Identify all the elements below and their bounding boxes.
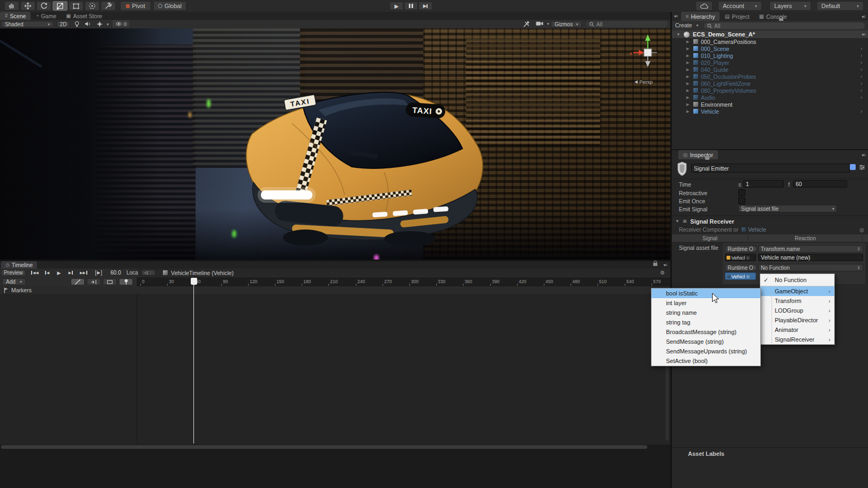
move-tool-button[interactable] [20,1,35,11]
time-seconds-field[interactable]: 1 [743,180,784,188]
menu-item-broadcastmessage[interactable]: BroadcastMessage (string) [652,327,760,337]
timeline-lock-icon[interactable] [653,263,657,266]
timeline-back-button[interactable]: ◁⋮ [141,270,155,276]
object-picker-icon[interactable]: ◎ [746,274,750,279]
prefab-arrow-icon[interactable]: › [860,73,862,79]
foldout-open-icon[interactable]: ▼ [676,32,680,37]
menu-item-string-name[interactable]: string name [652,308,760,317]
goto-start-button[interactable]: ◀◀ [29,270,41,276]
menu-item-gameobject[interactable]: GameObject› [760,286,834,296]
hierarchy-item[interactable]: ▶080_PropertyVolumes› [672,87,868,94]
timeline-play-button[interactable]: ▶ [54,270,64,276]
layers-dropdown[interactable]: Layers▾ [769,1,811,11]
insert-clip-button[interactable] [87,278,101,285]
hierarchy-item[interactable]: ▶Audio› [672,94,868,101]
tab-timeline[interactable]: ◷ Timeline [1,261,37,269]
runtime-mode-dropdown[interactable]: Runtime O⇕ [725,245,756,253]
curves-view-toggle[interactable] [71,278,85,285]
tab-console[interactable]: ▦ Console [754,12,792,21]
tab-asset-store[interactable]: ▣ Asset Store [61,12,107,20]
tab-project[interactable]: ▤ Project [720,12,754,21]
pane-menu-icon[interactable]: ▾≡ [862,153,865,158]
menu-item-no-function[interactable]: ✓ No Function [760,274,834,286]
previous-frame-button[interactable]: ◀ [42,270,53,276]
current-frame-field[interactable]: 60.0 [107,269,124,276]
menu-item-sendmessageupwards[interactable]: SendMessageUpwards (string) [652,346,760,356]
cloud-button[interactable] [695,1,713,11]
hierarchy-search-input[interactable]: All [704,23,865,29]
hierarchy-item[interactable]: ▶000_CameraPositions [672,38,868,45]
timeline-pane-menu-icon[interactable]: ▾≡ [663,263,667,268]
timeline-track-area[interactable] [0,294,670,445]
retroactive-checkbox[interactable] [738,189,745,196]
prefab-arrow-icon[interactable]: › [860,60,862,65]
playhead-handle[interactable] [191,278,197,285]
menu-item-animator[interactable]: Animator› [760,325,834,335]
menu-item-setactive[interactable]: SetActive (bool) [652,356,760,366]
scene-header-row[interactable]: ▼ ECS_Demo_Scene_A* ▾≡ [672,31,868,38]
hierarchy-item[interactable]: ▶040_Guide› [672,66,868,73]
preset-icon[interactable] [859,164,865,171]
tab-game[interactable]: ◔ Game [31,12,61,20]
time-frames-field[interactable]: 60 [793,180,847,188]
play-button[interactable]: ▶ [390,2,403,10]
account-dropdown[interactable]: Account▾ [718,1,762,11]
preview-toggle-button[interactable]: Preview [1,269,26,276]
scene-viewport[interactable]: TAXI TAXI x [0,28,670,260]
hierarchy-item[interactable]: ▶060_LightFieldZone› [672,80,868,87]
gizmos-dropdown[interactable]: Gizmos▾ [551,21,582,27]
receiver-component-row[interactable]: Receiver Component or Vehicle ◎ [672,226,868,233]
emit-signal-dropdown[interactable]: Signal asset file▾ [738,205,837,212]
reaction-target-object-field[interactable]: Vehicl ◎ [725,254,756,261]
projection-toggle[interactable]: ◀ Persp [634,79,653,85]
markers-row[interactable]: Markers ▾≡ [0,286,670,294]
menu-item-int-layer[interactable]: int layer [652,298,760,308]
hidden-objects-toggle[interactable]: 0 [113,20,129,27]
scene-camera-dropdown[interactable]: ▾ [536,21,549,26]
transform-tool-button[interactable] [85,1,100,11]
pane-menu-icon[interactable]: ▾≡ [674,14,678,19]
runtime-mode-dropdown[interactable]: Runtime O⇕ [725,264,756,271]
reaction-target-object-field-selected[interactable]: Vehicl ◎ [725,272,756,280]
menu-item-playabledirector[interactable]: PlayableDirector› [760,315,834,325]
scale-tool-button[interactable] [53,1,68,11]
orientation-gizmo[interactable]: x [628,33,668,71]
hierarchy-item[interactable]: ▶Vehicle› [672,108,868,115]
reaction-argument-field[interactable]: Vehicle name (new) [758,254,863,261]
hierarchy-item[interactable]: ▶000_Scene› [672,45,868,52]
menu-item-sendmessage[interactable]: SendMessage (string) [652,337,760,346]
menu-item-string-tag[interactable]: string tag [652,317,760,327]
tab-hierarchy[interactable]: ≡ Hierarchy [681,12,720,21]
scene-menu-icon[interactable]: ▾≡ [862,32,865,37]
hierarchy-item[interactable]: ▶020_Player› [672,59,868,66]
rotate-tool-button[interactable] [36,1,51,11]
custom-tool-button[interactable] [101,1,116,11]
object-picker-icon[interactable]: ◎ [746,255,750,260]
menu-item-lodgroup[interactable]: LODGroup› [760,306,834,315]
pause-button[interactable] [404,2,418,10]
goto-end-button[interactable]: ▶▶ [77,270,90,276]
prefab-arrow-icon[interactable]: › [860,108,862,114]
object-picker-icon[interactable]: ◎ [859,227,864,233]
shading-mode-dropdown[interactable]: Shaded▾ [1,21,54,27]
next-frame-button[interactable]: ▶ [65,270,76,276]
rect-tool-button[interactable] [69,1,84,11]
hierarchy-item[interactable]: ▶010_Lighting› [672,52,868,59]
emit-once-checkbox[interactable] [738,197,745,204]
2d-toggle[interactable]: 2D [57,21,70,27]
create-dropdown[interactable]: Create▾ [675,22,699,28]
menu-item-signalreceiver[interactable]: SignalReceiver› [760,335,834,344]
foldout-open-icon[interactable]: ▼ [675,219,679,224]
menu-item-transform[interactable]: Transform› [760,296,834,306]
timeline-ruler[interactable] [137,277,670,286]
pivot-toggle-button[interactable]: Pivot [120,1,151,11]
step-button[interactable]: ▶ [418,2,432,10]
prefab-arrow-icon[interactable]: › [860,94,862,100]
hierarchy-item[interactable]: ▶Environment [672,101,868,108]
timeline-breadcrumb[interactable]: VehicleTimeline (Vehicle) [171,270,234,276]
global-toggle-button[interactable]: Global [153,1,186,11]
scene-search-input[interactable]: All [586,21,668,27]
emitter-color-icon[interactable] [850,164,856,170]
hierarchy-item[interactable]: ▶050_OcclusionProbes› [672,73,868,80]
tab-scene[interactable]: # Scene [0,12,31,20]
